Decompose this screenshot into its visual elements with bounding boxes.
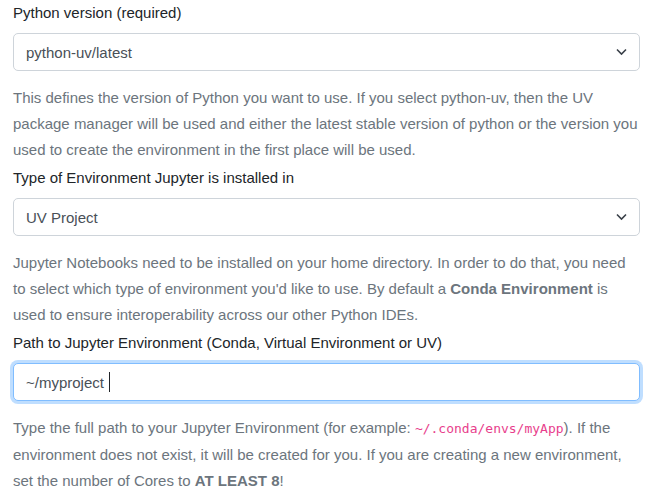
environment-type-select-wrap: UV Project xyxy=(13,198,640,236)
jupyter-path-input-wrap xyxy=(13,363,640,401)
form-group-python-version: Python version (required) python-uv/late… xyxy=(13,3,640,163)
environment-type-select[interactable]: UV Project xyxy=(13,198,640,236)
environment-type-help-bold: Conda Environment xyxy=(450,280,593,297)
text-cursor xyxy=(109,372,110,392)
jupyter-path-label: Path to Jupyter Environment (Conda, Virt… xyxy=(13,333,640,353)
jupyter-path-help-text-1: Type the full path to your Jupyter Envir… xyxy=(13,419,415,436)
jupyter-path-help: Type the full path to your Jupyter Envir… xyxy=(13,415,640,494)
python-version-label: Python version (required) xyxy=(13,3,640,23)
environment-type-label: Type of Environment Jupyter is installed… xyxy=(13,168,640,188)
environment-type-help: Jupyter Notebooks need to be installed o… xyxy=(13,250,640,328)
python-version-help: This defines the version of Python you w… xyxy=(13,85,640,163)
jupyter-path-input[interactable] xyxy=(13,363,640,401)
jupyter-path-help-bold: AT LEAST 8 xyxy=(195,472,280,489)
python-version-select[interactable]: python-uv/latest xyxy=(13,33,640,71)
jupyter-path-help-text-3: ! xyxy=(280,472,284,489)
python-version-select-wrap: python-uv/latest xyxy=(13,33,640,71)
jupyter-launch-form: Python version (required) python-uv/late… xyxy=(0,0,651,494)
form-group-jupyter-path: Path to Jupyter Environment (Conda, Virt… xyxy=(13,333,640,494)
jupyter-path-help-code-example: ~/.conda/envs/myApp xyxy=(415,421,564,436)
form-group-environment-type: Type of Environment Jupyter is installed… xyxy=(13,168,640,328)
